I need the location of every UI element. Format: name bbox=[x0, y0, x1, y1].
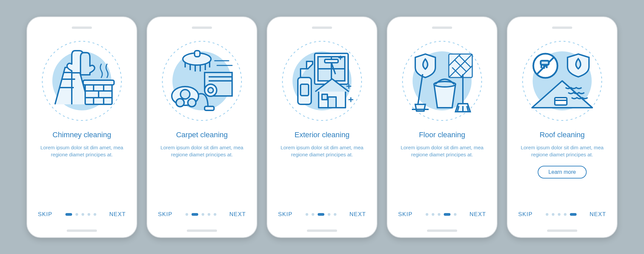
svg-point-32 bbox=[180, 90, 190, 99]
page-dot[interactable] bbox=[312, 213, 314, 216]
page-dot[interactable] bbox=[214, 213, 216, 216]
page-dot[interactable] bbox=[202, 213, 204, 216]
onboarding-footer: SKIP NEXT bbox=[507, 211, 617, 218]
onboarding-footer: SKIP NEXT bbox=[387, 211, 497, 218]
page-dot[interactable] bbox=[192, 213, 198, 216]
page-indicator bbox=[65, 213, 96, 216]
screen-title: Carpet cleaning bbox=[176, 131, 228, 139]
page-dot[interactable] bbox=[444, 213, 450, 216]
svg-rect-33 bbox=[205, 106, 214, 110]
phone-speaker bbox=[192, 27, 212, 29]
phone-speaker bbox=[552, 27, 572, 29]
page-dot[interactable] bbox=[438, 213, 440, 216]
phone-screen-exterior: Exterior cleaning Lorem ipsum dolor sit … bbox=[267, 16, 377, 238]
svg-rect-47 bbox=[322, 94, 327, 100]
next-button[interactable]: NEXT bbox=[109, 211, 126, 218]
next-button[interactable]: NEXT bbox=[229, 211, 246, 218]
screen-title: Floor cleaning bbox=[419, 131, 465, 139]
carpet-cleaning-icon bbox=[162, 41, 242, 121]
phone-speaker bbox=[312, 27, 332, 29]
screen-description: Lorem ipsum dolor sit dim amet, mea regi… bbox=[158, 144, 246, 159]
skip-button[interactable]: SKIP bbox=[398, 211, 413, 218]
onboarding-footer: SKIP NEXT bbox=[27, 211, 137, 218]
page-dot[interactable] bbox=[306, 213, 308, 216]
floor-cleaning-icon bbox=[402, 41, 482, 121]
page-dot[interactable] bbox=[426, 213, 428, 216]
page-dot[interactable] bbox=[552, 213, 554, 216]
home-indicator bbox=[307, 230, 337, 232]
screen-title: Roof cleaning bbox=[540, 131, 585, 139]
screen-description: Lorem ipsum dolor sit dim amet, mea regi… bbox=[519, 144, 606, 159]
page-dot[interactable] bbox=[454, 213, 457, 216]
svg-rect-46 bbox=[328, 97, 336, 108]
phone-speaker bbox=[432, 27, 452, 29]
svg-point-31 bbox=[188, 99, 196, 107]
page-dot[interactable] bbox=[208, 213, 210, 216]
home-indicator bbox=[187, 230, 217, 232]
chimney-cleaning-icon bbox=[42, 41, 122, 121]
page-dot[interactable] bbox=[318, 213, 324, 216]
screen-title: Chimney cleaning bbox=[53, 131, 111, 139]
page-dot[interactable] bbox=[82, 213, 84, 216]
page-indicator bbox=[185, 213, 216, 216]
page-dot[interactable] bbox=[75, 213, 78, 216]
page-dot[interactable] bbox=[328, 213, 330, 216]
svg-rect-45 bbox=[301, 84, 309, 96]
next-button[interactable]: NEXT bbox=[590, 211, 606, 218]
skip-button[interactable]: SKIP bbox=[38, 211, 52, 218]
roof-cleaning-icon bbox=[522, 41, 602, 121]
page-dot[interactable] bbox=[88, 213, 90, 216]
onboarding-footer: SKIP NEXT bbox=[147, 211, 257, 218]
page-indicator bbox=[546, 213, 577, 216]
phone-screen-carpet: Carpet cleaning Lorem ipsum dolor sit di… bbox=[147, 16, 257, 238]
onboarding-footer: SKIP NEXT bbox=[267, 211, 377, 218]
page-dot[interactable] bbox=[558, 213, 560, 216]
svg-rect-61 bbox=[541, 61, 549, 65]
phone-screen-roof: Roof cleaning Lorem ipsum dolor sit dim … bbox=[507, 16, 618, 238]
phone-speaker bbox=[72, 27, 92, 29]
svg-rect-24 bbox=[195, 51, 200, 57]
svg-rect-65 bbox=[555, 98, 567, 105]
skip-button[interactable]: SKIP bbox=[518, 211, 533, 218]
home-indicator bbox=[67, 230, 97, 232]
screen-description: Lorem ipsum dolor sit dim amet, mea regi… bbox=[278, 144, 366, 159]
page-dot[interactable] bbox=[570, 213, 577, 216]
screen-description: Lorem ipsum dolor sit dim amet, mea regi… bbox=[398, 144, 486, 159]
page-dot[interactable] bbox=[432, 213, 434, 216]
page-dot[interactable] bbox=[334, 213, 336, 216]
learn-more-button[interactable]: Learn more bbox=[538, 166, 587, 179]
svg-rect-14 bbox=[83, 80, 114, 85]
next-button[interactable]: NEXT bbox=[470, 211, 486, 218]
page-indicator bbox=[426, 213, 457, 216]
page-indicator bbox=[306, 213, 336, 216]
screen-title: Exterior cleaning bbox=[294, 131, 350, 139]
home-indicator bbox=[427, 230, 457, 232]
svg-point-26 bbox=[208, 88, 213, 93]
skip-button[interactable]: SKIP bbox=[278, 211, 292, 218]
phone-screen-floor: Floor cleaning Lorem ipsum dolor sit dim… bbox=[387, 16, 497, 238]
page-dot[interactable] bbox=[185, 213, 188, 216]
page-dot[interactable] bbox=[65, 213, 72, 216]
onboarding-screens-row: Chimney cleaning Lorem ipsum dolor sit d… bbox=[17, 10, 627, 245]
phone-screen-chimney: Chimney cleaning Lorem ipsum dolor sit d… bbox=[26, 16, 137, 238]
exterior-cleaning-icon bbox=[282, 41, 362, 121]
page-dot[interactable] bbox=[564, 213, 567, 216]
page-dot[interactable] bbox=[94, 213, 96, 216]
page-dot[interactable] bbox=[546, 213, 548, 216]
skip-button[interactable]: SKIP bbox=[158, 211, 172, 218]
svg-rect-42 bbox=[325, 59, 338, 63]
next-button[interactable]: NEXT bbox=[350, 211, 366, 218]
screen-description: Lorem ipsum dolor sit dim amet, mea regi… bbox=[38, 144, 125, 159]
svg-point-30 bbox=[176, 99, 184, 107]
home-indicator bbox=[547, 230, 577, 232]
